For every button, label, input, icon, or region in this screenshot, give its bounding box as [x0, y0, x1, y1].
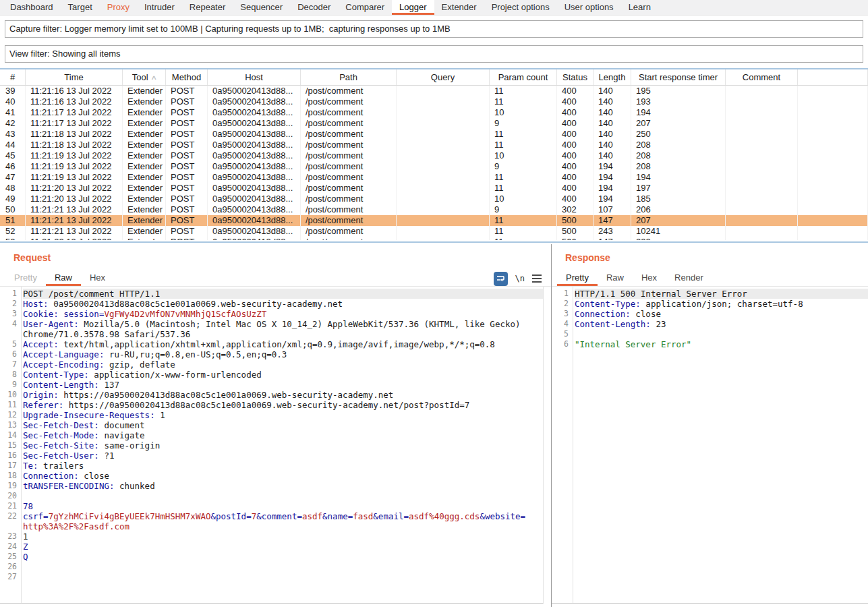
code-line: 9Content-Length: 137 [0, 380, 543, 390]
request-tab-raw[interactable]: Raw [46, 270, 81, 286]
table-row[interactable]: 4711:21:19 13 Jul 2022ExtenderPOST0a9500… [0, 172, 868, 183]
response-editor-area[interactable]: 1HTTP/1.1 500 Internal Server Error2Cont… [552, 287, 868, 604]
request-tab-hex[interactable]: Hex [81, 270, 114, 286]
show-newlines-icon[interactable]: \n [515, 274, 525, 283]
menu-item-repeater[interactable]: Repeater [182, 0, 233, 15]
code-line: 25Q [0, 552, 543, 562]
column-header-method[interactable]: Method [166, 69, 208, 85]
column-header-path[interactable]: Path [301, 69, 397, 85]
menu-item-comparer[interactable]: Comparer [338, 0, 392, 15]
cell-status: 400 [557, 172, 594, 183]
table-row[interactable]: 5011:21:21 13 Jul 2022ExtenderPOST0a9500… [0, 204, 868, 215]
menu-item-extender[interactable]: Extender [434, 0, 484, 15]
column-header-start-response-timer[interactable]: Start response timer [631, 69, 726, 85]
cell-param_count: 11 [490, 215, 557, 226]
line-content: Referer: https://0a9500020413d88ac08c5c1… [23, 400, 543, 410]
cell-host: 0a9500020413d88... [208, 118, 301, 129]
request-tab-pretty[interactable]: Pretty [5, 270, 46, 286]
table-row[interactable]: 4911:21:20 13 Jul 2022ExtenderPOST0a9500… [0, 194, 868, 204]
code-line: 10Origin: https://0a9500020413d88ac08c5c… [0, 390, 543, 400]
code-line: 2Host: 0a9500020413d88ac08c5c1e001a0069.… [0, 299, 543, 309]
cell-length: 194 [594, 172, 631, 183]
table-row[interactable]: 4211:21:17 13 Jul 2022ExtenderPOST0a9500… [0, 118, 868, 129]
column-header-time[interactable]: Time [26, 69, 123, 85]
table-row[interactable]: 4111:21:17 13 Jul 2022ExtenderPOST0a9500… [0, 107, 868, 118]
cell-trailing [798, 172, 868, 183]
column-header-query[interactable]: Query [397, 69, 490, 85]
line-content: Content-Length: 23 [575, 319, 868, 329]
cell-method: POST [166, 183, 208, 194]
column-header-status[interactable]: Status [557, 69, 594, 85]
gutter-divider [21, 287, 22, 603]
column-header-length[interactable]: Length [594, 69, 631, 85]
menu-item-intruder[interactable]: Intruder [137, 0, 182, 15]
column-header-param-count[interactable]: Param count [490, 69, 557, 85]
code-line: 231 [0, 531, 543, 542]
line-content: csrf=7gYzhMCiFvi4gBEyUEEk7HmHSHM7xWAO&po… [23, 511, 543, 521]
cell-param_count: 10 [490, 107, 557, 118]
cell-method: POST [166, 140, 208, 150]
line-number: 2 [552, 299, 575, 309]
gutter-divider [573, 287, 573, 603]
cell-host: 0a9500020413d88... [208, 183, 301, 194]
cell-start_response_timer: 222 [631, 237, 726, 240]
cell-query [397, 226, 490, 237]
line-number: 2 [0, 299, 23, 309]
line-number: 27 [0, 572, 23, 582]
response-title: Response [565, 252, 610, 263]
word-wrap-toggle-icon[interactable] [494, 272, 508, 286]
line-number: 4 [0, 319, 23, 329]
menu-item-logger[interactable]: Logger [392, 0, 434, 15]
cell-id: 52 [0, 226, 26, 237]
cell-path: /post/comment [301, 183, 397, 194]
response-tab-hex[interactable]: Hex [633, 270, 666, 286]
view-filter-bar[interactable]: View filter: Showing all items [5, 45, 863, 63]
response-tab-raw[interactable]: Raw [598, 270, 633, 286]
column-header-host[interactable]: Host [208, 69, 301, 85]
cell-param_count: 11 [490, 237, 557, 240]
code-line: 15Sec-Fetch-Site: same-origin [0, 440, 543, 451]
cell-path: /post/comment [301, 161, 397, 172]
menu-item-learn[interactable]: Learn [621, 0, 658, 15]
menu-item-project-options[interactable]: Project options [484, 0, 557, 15]
menu-item-user-options[interactable]: User options [557, 0, 621, 15]
line-content: Content-Type: application/x-www-form-url… [23, 370, 543, 380]
line-content: Te: trailers [23, 461, 543, 471]
table-row[interactable]: 4611:21:19 13 Jul 2022ExtenderPOST0a9500… [0, 161, 868, 172]
table-row[interactable]: 3911:21:16 13 Jul 2022ExtenderPOST0a9500… [0, 86, 868, 96]
menu-item-dashboard[interactable]: Dashboard [3, 0, 61, 15]
table-row[interactable]: 5211:21:21 13 Jul 2022ExtenderPOST0a9500… [0, 226, 868, 237]
table-row[interactable]: 4811:21:20 13 Jul 2022ExtenderPOST0a9500… [0, 183, 868, 194]
table-row[interactable]: 4411:21:18 13 Jul 2022ExtenderPOST0a9500… [0, 140, 868, 150]
menu-item-proxy[interactable]: Proxy [100, 0, 137, 15]
column-header-tool[interactable]: Tool∧ [123, 69, 166, 85]
request-editor-area[interactable]: 1POST /post/comment HTTP/1.12Host: 0a950… [0, 287, 544, 604]
cell-query [397, 194, 490, 204]
editor-menu-icon[interactable] [532, 278, 542, 279]
response-tab-pretty[interactable]: Pretty [557, 270, 598, 286]
menu-item-decoder[interactable]: Decoder [290, 0, 338, 15]
cell-param_count: 9 [490, 118, 557, 129]
column-header-comment[interactable]: Comment [726, 69, 798, 85]
column-header-#[interactable]: # [0, 69, 26, 85]
table-row[interactable]: 5311:21:22 13 Jul 2022ExtenderPOST0a9500… [0, 237, 868, 240]
line-number [0, 329, 23, 339]
column-header-empty[interactable] [798, 69, 868, 85]
cell-time: 11:21:16 13 Jul 2022 [26, 86, 123, 96]
line-content: Host: 0a9500020413d88ac08c5c1e001a0069.w… [23, 299, 543, 309]
table-row[interactable]: 4511:21:19 13 Jul 2022ExtenderPOST0a9500… [0, 150, 868, 161]
table-row[interactable]: 4011:21:16 13 Jul 2022ExtenderPOST0a9500… [0, 96, 868, 107]
cell-tool: Extender [123, 96, 166, 107]
line-number: 18 [0, 471, 23, 481]
line-number: 12 [0, 410, 23, 420]
menu-item-sequencer[interactable]: Sequencer [233, 0, 290, 15]
line-number: 11 [0, 400, 23, 410]
code-line: 12Upgrade-Insecure-Requests: 1 [0, 410, 543, 420]
table-row[interactable]: 5111:21:21 13 Jul 2022ExtenderPOST0a9500… [0, 215, 868, 226]
cell-tool: Extender [123, 107, 166, 118]
line-number: 19 [0, 481, 23, 491]
menu-item-target[interactable]: Target [61, 0, 100, 15]
table-row[interactable]: 4311:21:18 13 Jul 2022ExtenderPOST0a9500… [0, 129, 868, 140]
response-tab-render[interactable]: Render [666, 270, 712, 286]
capture-filter-bar[interactable]: Capture filter: Logger memory limit set … [5, 20, 863, 38]
